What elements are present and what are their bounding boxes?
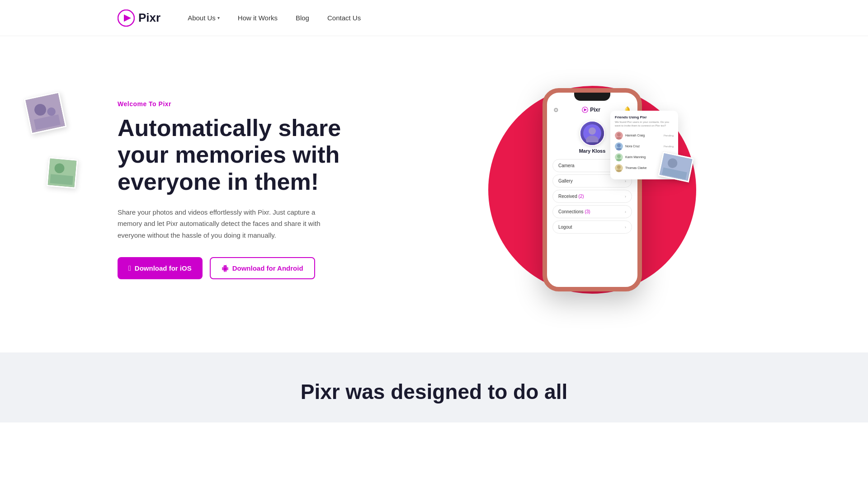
svg-point-15	[617, 133, 621, 136]
photo-image-1	[25, 93, 65, 133]
gear-icon: ⚙	[553, 107, 559, 113]
nav-item-how[interactable]: How it Works	[238, 14, 278, 22]
android-icon	[222, 265, 229, 272]
floating-photo-2	[46, 157, 78, 188]
friend-name-2: Nora Cruz	[625, 145, 640, 148]
navbar: Pixr About Us ▾ How it Works Blog Contac…	[0, 0, 868, 36]
hero-title-line1: Automatically share	[118, 115, 341, 141]
logo[interactable]: Pixr	[118, 9, 160, 27]
nav-item-about[interactable]: About Us ▾	[188, 14, 220, 22]
menu-item-connections[interactable]: Connections (3) ›	[552, 205, 632, 218]
menu-logout-label: Logout	[558, 225, 572, 230]
menu-item-logout[interactable]: Logout ›	[552, 221, 632, 234]
friends-card: Friends Using Pixr We found Pixr users i…	[610, 111, 678, 179]
friend-name-4: Thomas Clarke	[625, 166, 646, 169]
connections-badge: (3)	[585, 209, 590, 214]
friend-name-3: Karin Manning	[625, 155, 646, 159]
hero-title-line3: everyone in them!	[118, 169, 319, 195]
logo-icon	[118, 9, 135, 27]
friend-status-1: Pending	[664, 134, 674, 137]
button-group:  Download for iOS Download for Android	[118, 257, 434, 279]
menu-received-label: Received (2)	[558, 194, 584, 199]
nav-links: About Us ▾ How it Works Blog Contact Us	[188, 14, 361, 22]
svg-marker-1	[124, 14, 131, 22]
nav-how-link[interactable]: How it Works	[238, 14, 278, 22]
nav-blog-link[interactable]: Blog	[296, 14, 309, 22]
hero-section: Welcome To Pixr Automatically share your…	[0, 36, 868, 352]
friend-info-2: Nora Cruz	[615, 142, 640, 150]
phone-mockup: ⚙ Pixr 🔔	[542, 88, 642, 291]
chevron-right-icon: ›	[625, 225, 626, 230]
photo-image-2	[48, 159, 77, 188]
friends-card-desc: We found Pixr users in your contacts. Do…	[615, 120, 674, 128]
phone-notch	[574, 93, 610, 101]
menu-gallery-label: Gallery	[558, 178, 573, 183]
friends-card-title: Friends Using Pixr	[615, 115, 674, 119]
friend-status-2: Pending	[664, 145, 674, 148]
bottom-title: Pixr was designed to do all	[118, 380, 750, 404]
nav-contact-link[interactable]: Contact Us	[327, 14, 361, 22]
bottom-section: Pixr was designed to do all	[0, 352, 868, 422]
bottom-title-line1: Pixr was designed to do all	[301, 380, 567, 404]
apple-icon: 	[128, 264, 131, 272]
svg-point-12	[589, 127, 596, 135]
friend-info-3: Karin Manning	[615, 153, 646, 161]
hero-visual: ⚙ Pixr 🔔	[434, 88, 750, 291]
chevron-right-icon: ›	[625, 194, 626, 199]
svg-point-21	[617, 155, 621, 158]
chevron-right-icon: ›	[625, 210, 626, 214]
svg-point-24	[617, 165, 621, 169]
phone-username: Mary Kloss	[579, 148, 606, 154]
friend-info-1: Hannah Craig	[615, 131, 645, 140]
ios-btn-label: Download for iOS	[135, 264, 192, 272]
nav-item-blog[interactable]: Blog	[296, 14, 309, 22]
phone-pixr-icon	[582, 107, 588, 113]
nav-about-link[interactable]: About Us ▾	[188, 14, 220, 22]
friend-info-4: Thomas Clarke	[615, 164, 646, 172]
hero-title-line2: your memories with	[118, 141, 340, 168]
menu-connections-label: Connections (3)	[558, 209, 590, 214]
friend-avatar-2	[615, 142, 623, 150]
received-badge: (2)	[578, 194, 584, 199]
hero-description: Share your photos and videos effortlessl…	[118, 206, 335, 241]
download-android-button[interactable]: Download for Android	[210, 257, 315, 279]
android-btn-label: Download for Android	[232, 264, 303, 272]
svg-point-18	[617, 144, 621, 147]
nav-item-contact[interactable]: Contact Us	[327, 14, 361, 22]
friend-row-1: Hannah Craig Pending	[615, 131, 674, 140]
nav-about-label: About Us	[188, 14, 216, 22]
hero-title: Automatically share your memories with e…	[118, 115, 344, 196]
nav-contact-label: Contact Us	[327, 14, 361, 22]
svg-marker-10	[584, 108, 587, 112]
photo-image-bottom	[660, 153, 693, 181]
download-ios-button[interactable]:  Download for iOS	[118, 257, 203, 279]
friend-avatar-3	[615, 153, 623, 161]
phone-logo: Pixr	[582, 107, 600, 113]
avatar-image	[580, 122, 604, 145]
nav-how-label: How it Works	[238, 14, 278, 22]
friend-row-2: Nora Cruz Pending	[615, 142, 674, 150]
phone-app-name: Pixr	[590, 107, 600, 113]
floating-photo-1	[24, 92, 67, 135]
hero-content: Welcome To Pixr Automatically share your…	[118, 100, 434, 280]
menu-item-received[interactable]: Received (2) ›	[552, 190, 632, 203]
friend-avatar-4	[615, 164, 623, 172]
menu-camera-label: Camera	[558, 163, 575, 168]
chevron-right-icon: ›	[625, 179, 626, 183]
welcome-label: Welcome To Pixr	[118, 100, 434, 108]
nav-blog-label: Blog	[296, 14, 309, 22]
friend-name-1: Hannah Craig	[625, 134, 645, 137]
friend-avatar-1	[615, 131, 623, 140]
avatar	[580, 121, 605, 146]
chevron-down-icon: ▾	[217, 15, 220, 20]
logo-label: Pixr	[138, 11, 160, 25]
